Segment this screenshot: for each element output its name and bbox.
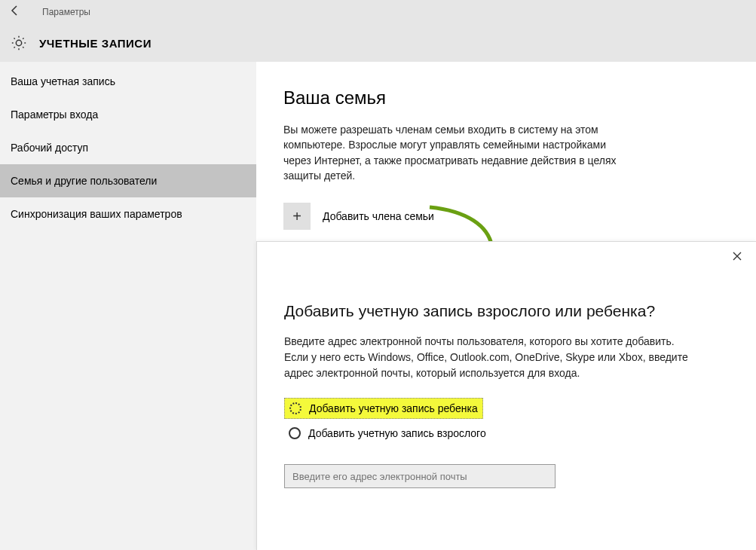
close-button[interactable] <box>732 251 742 264</box>
plus-icon: + <box>283 203 311 230</box>
add-family-member-row[interactable]: + Добавить члена семьи <box>283 203 726 230</box>
gear-icon <box>11 35 27 51</box>
window-title: Параметры <box>42 7 90 17</box>
add-account-dialog: Добавить учетную запись взрослого или ре… <box>256 241 756 550</box>
email-input[interactable] <box>284 464 556 488</box>
sidebar-item-family-other-users[interactable]: Семья и другие пользователи <box>0 164 256 197</box>
sidebar-item-signin-options[interactable]: Параметры входа <box>0 98 256 131</box>
radio-icon <box>289 427 301 439</box>
dialog-title: Добавить учетную запись взрослого или ре… <box>284 302 729 320</box>
sidebar-item-work-access[interactable]: Рабочий доступ <box>0 131 256 164</box>
section-description: Вы можете разрешать членам семьи входить… <box>283 122 630 183</box>
page-header: УЧЕТНЫЕ ЗАПИСИ <box>0 24 756 62</box>
section-heading: Ваша семья <box>283 87 726 108</box>
add-family-member-label: Добавить члена семьи <box>323 210 434 222</box>
sidebar-item-your-account[interactable]: Ваша учетная запись <box>0 65 256 98</box>
radio-label-child: Добавить учетную запись ребенка <box>309 402 478 414</box>
titlebar: Параметры <box>0 0 756 24</box>
sidebar: Ваша учетная запись Параметры входа Рабо… <box>0 62 256 550</box>
radio-option-adult[interactable]: Добавить учетную запись взрослого <box>284 423 491 443</box>
back-button[interactable] <box>9 5 21 20</box>
radio-option-child[interactable]: Добавить учетную запись ребенка <box>284 398 483 419</box>
dialog-description: Введите адрес электронной почты пользова… <box>284 334 691 381</box>
page-title: УЧЕТНЫЕ ЗАПИСИ <box>39 37 152 50</box>
radio-icon <box>289 402 301 414</box>
sidebar-item-sync-settings[interactable]: Синхронизация ваших параметров <box>0 197 256 231</box>
radio-label-adult: Добавить учетную запись взрослого <box>308 427 486 439</box>
